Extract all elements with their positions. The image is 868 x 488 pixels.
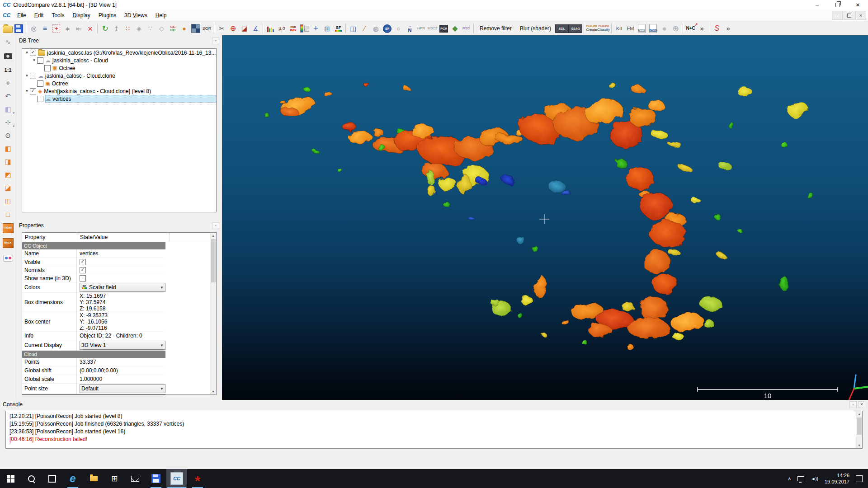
kd-tree-icon[interactable]: Kd bbox=[613, 23, 625, 34]
compute-mesh-icon[interactable]: ◈ bbox=[133, 23, 145, 34]
minimize-button[interactable]: – bbox=[807, 0, 827, 10]
property-value[interactable]: Default▼ bbox=[77, 384, 165, 394]
tree-checkbox[interactable]: ✓ bbox=[30, 88, 36, 94]
file-explorer-icon[interactable] bbox=[83, 469, 104, 488]
scrollbar-thumb[interactable] bbox=[211, 239, 216, 282]
point-picking-icon[interactable]: ◎ bbox=[28, 23, 39, 34]
pan-mode-icon[interactable]: ⊹▾ bbox=[3, 117, 14, 127]
tree-row[interactable]: ☁vertices bbox=[22, 95, 216, 103]
sf-minmax-icon[interactable]: minmax bbox=[288, 23, 299, 34]
console-float-button[interactable]: ▫ bbox=[849, 401, 857, 408]
bucket-icon[interactable]: ● bbox=[179, 23, 190, 34]
tree-checkbox[interactable] bbox=[37, 96, 43, 102]
open-file-icon[interactable] bbox=[2, 23, 13, 34]
canupo-classify-icon[interactable]: CANUPOClassify bbox=[597, 23, 610, 34]
ssao-shader-icon[interactable]: SSAO bbox=[569, 23, 582, 34]
sphere-icon[interactable]: ● bbox=[659, 23, 670, 34]
mdi-close-button[interactable]: × bbox=[855, 11, 866, 20]
property-combobox[interactable]: SFScalar field▼ bbox=[80, 283, 165, 292]
property-value[interactable]: 3D View 1▼ bbox=[77, 340, 165, 350]
toolbar-overflow-icon[interactable]: » bbox=[696, 23, 708, 34]
checker-compare-icon[interactable] bbox=[190, 23, 201, 34]
tree-item[interactable]: ▣Octree bbox=[52, 64, 216, 72]
tree-expander-icon[interactable]: ▼ bbox=[24, 51, 30, 55]
globe-icon[interactable]: ⊕ bbox=[670, 23, 681, 34]
facets-plugin-icon[interactable]: ◆ bbox=[449, 23, 461, 34]
clock[interactable]: 14:26 19.09.2017 bbox=[825, 472, 849, 485]
fine-registration-icon[interactable]: ↥ bbox=[111, 23, 122, 34]
menu-file[interactable]: File bbox=[13, 11, 30, 20]
property-checkbox[interactable]: ✓ bbox=[80, 259, 86, 265]
tree-row[interactable]: ▣Octree bbox=[22, 64, 216, 72]
mail-icon[interactable] bbox=[125, 469, 146, 488]
sf-arithmetic-icon[interactable]: ⊞ bbox=[321, 23, 333, 34]
qsra-plugin-icon[interactable]: S bbox=[711, 23, 722, 34]
console-scroll-up-icon[interactable]: ▲ bbox=[856, 411, 862, 417]
property-checkbox[interactable]: ✓ bbox=[80, 267, 86, 273]
tree-checkbox[interactable] bbox=[37, 80, 43, 87]
menu-tools[interactable]: Tools bbox=[47, 11, 68, 20]
menu-3d-views[interactable]: 3D Views bbox=[120, 11, 151, 20]
save-icon[interactable] bbox=[13, 23, 24, 34]
cross-section-icon[interactable]: ⊕ bbox=[227, 23, 239, 34]
view-top-icon[interactable]: ◩ bbox=[3, 170, 14, 180]
view-bottom-icon[interactable]: ◪ bbox=[3, 183, 14, 193]
cloud-cloud-dist-icon[interactable]: CCCC bbox=[167, 23, 179, 34]
view-back2-icon[interactable]: ◫ bbox=[3, 196, 14, 206]
sf-add-icon[interactable]: + bbox=[310, 23, 321, 34]
center-view-icon[interactable]: + bbox=[3, 78, 14, 88]
hpr-plugin-icon[interactable]: HPR bbox=[415, 23, 427, 34]
tree-item[interactable]: ☁jaskinia_calosc - Cloud bbox=[45, 56, 216, 64]
tree-checkbox[interactable] bbox=[30, 73, 36, 79]
property-value[interactable] bbox=[77, 274, 164, 282]
start-button[interactable] bbox=[0, 469, 21, 488]
scroll-up-icon[interactable]: ▲ bbox=[210, 233, 216, 239]
canupo-create-icon[interactable]: CANUPOCreate bbox=[586, 23, 597, 34]
action-center-icon[interactable] bbox=[856, 475, 863, 482]
zoom-magnifier-icon[interactable]: ⊙ bbox=[3, 131, 14, 141]
perspective-cube-icon[interactable]: ◧▾ bbox=[3, 104, 14, 114]
3d-viewport[interactable]: 10 bbox=[222, 35, 868, 400]
console-scrollbar-thumb[interactable] bbox=[857, 418, 862, 435]
qsf-plugin-icon[interactable]: SF bbox=[382, 23, 393, 34]
edge-icon[interactable]: e bbox=[62, 469, 83, 488]
console-scroll-down-icon[interactable]: ▼ bbox=[856, 442, 862, 448]
view-back-icon[interactable]: BACK bbox=[2, 237, 14, 249]
rotate-entity-icon[interactable]: ↻ bbox=[99, 23, 111, 34]
tree-checkbox[interactable]: ✓ bbox=[30, 50, 36, 56]
tree-expander-icon[interactable]: ▼ bbox=[31, 58, 37, 62]
menu-plugins[interactable]: Plugins bbox=[94, 11, 120, 20]
tree-checkbox[interactable] bbox=[37, 57, 43, 64]
delete-icon[interactable]: × bbox=[85, 23, 96, 34]
clean-broom-icon[interactable]: ∕ bbox=[359, 23, 370, 34]
property-checkbox[interactable] bbox=[80, 275, 86, 282]
pick-rotation-center-icon[interactable]: ↶ bbox=[3, 91, 14, 101]
subsample-icon[interactable]: ∷ bbox=[122, 23, 133, 34]
shield-icon[interactable]: ◍ bbox=[370, 23, 382, 34]
delete-scalar-field-icon[interactable] bbox=[299, 23, 310, 34]
stereo-mode-icon[interactable] bbox=[2, 252, 14, 264]
console-close-button[interactable]: ✕ bbox=[858, 401, 865, 408]
ccviewer-taskbar-icon[interactable]: * bbox=[187, 469, 208, 488]
pivot-wrench-icon[interactable]: ∿ bbox=[3, 37, 14, 47]
properties-scrollbar[interactable]: ▲ ▼ bbox=[210, 233, 216, 394]
tree-row[interactable]: ▼✓jaskinia_calosc.las (G:/Kroh/las_Revo/… bbox=[22, 49, 216, 56]
console-log[interactable]: [12:20:21] [PoissonRecon] Job started (l… bbox=[5, 411, 863, 449]
pcv-plugin-icon[interactable]: PCV bbox=[438, 23, 449, 34]
db-tree[interactable]: ▼✓jaskinia_calosc.las (G:/Kroh/las_Revo/… bbox=[22, 48, 217, 212]
histogram-icon[interactable] bbox=[265, 23, 276, 34]
fm-icon[interactable]: FM bbox=[625, 23, 636, 34]
scroll-down-icon[interactable]: ▼ bbox=[210, 389, 216, 394]
csv-file-icon[interactable]: CSV bbox=[647, 23, 659, 34]
view-right-icon[interactable]: ◨ bbox=[3, 157, 14, 167]
sf-colorscale-icon[interactable]: SF bbox=[333, 23, 344, 34]
property-value[interactable]: ✓ bbox=[77, 258, 164, 266]
tree-item[interactable]: ☁jaskinia_calosc - Cloud.clone bbox=[38, 72, 216, 80]
tree-expander-icon[interactable]: ▼ bbox=[24, 89, 30, 93]
segment-icon[interactable]: ∗ bbox=[62, 23, 73, 34]
tray-chevron-icon[interactable]: ∧ bbox=[788, 476, 791, 482]
tree-row[interactable]: ▼☁jaskinia_calosc - Cloud.clone bbox=[22, 72, 216, 80]
axes-tool-icon[interactable]: ∡ bbox=[250, 23, 261, 34]
properties-list-icon[interactable]: ≡ bbox=[39, 23, 51, 34]
property-combobox[interactable]: Default▼ bbox=[80, 384, 165, 393]
